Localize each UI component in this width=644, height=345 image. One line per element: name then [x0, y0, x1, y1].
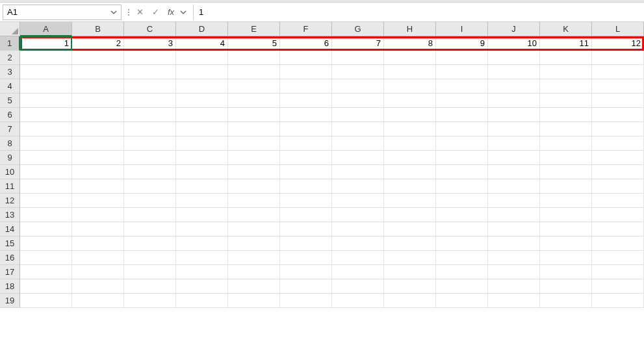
cell[interactable]	[124, 151, 176, 165]
cell[interactable]	[72, 179, 124, 194]
cell[interactable]	[72, 279, 124, 294]
cell[interactable]	[384, 208, 436, 222]
row-header[interactable]: 18	[0, 279, 20, 294]
row-header[interactable]: 1	[0, 36, 20, 51]
cell[interactable]	[540, 294, 592, 308]
cell[interactable]	[436, 122, 488, 136]
cell[interactable]	[280, 94, 332, 108]
row-header[interactable]: 3	[0, 65, 20, 79]
cell[interactable]	[436, 165, 488, 179]
cell[interactable]	[436, 236, 488, 251]
cell[interactable]	[20, 94, 72, 108]
cell[interactable]	[124, 165, 176, 179]
row-header[interactable]: 8	[0, 136, 20, 151]
row-header[interactable]: 11	[0, 179, 20, 194]
cell[interactable]: 8	[384, 36, 436, 51]
formula-input[interactable]	[193, 5, 641, 20]
cell[interactable]	[124, 251, 176, 265]
cell[interactable]	[332, 294, 384, 308]
cell[interactable]: 12	[592, 36, 644, 51]
cell[interactable]	[332, 136, 384, 151]
cell[interactable]	[280, 165, 332, 179]
cell[interactable]	[124, 94, 176, 108]
cell[interactable]: 5	[228, 36, 280, 51]
cell[interactable]	[436, 265, 488, 279]
cell[interactable]	[384, 279, 436, 294]
cell[interactable]	[332, 194, 384, 208]
cell[interactable]	[592, 165, 644, 179]
cell[interactable]	[72, 208, 124, 222]
cell[interactable]	[540, 208, 592, 222]
cell[interactable]	[384, 136, 436, 151]
cell[interactable]	[228, 251, 280, 265]
cell[interactable]	[176, 51, 228, 65]
cell[interactable]	[384, 151, 436, 165]
cell[interactable]	[228, 51, 280, 65]
row-header[interactable]: 5	[0, 94, 20, 108]
cell[interactable]	[540, 108, 592, 122]
cell[interactable]	[436, 65, 488, 79]
cell[interactable]	[384, 165, 436, 179]
cell[interactable]	[280, 65, 332, 79]
cell[interactable]	[332, 208, 384, 222]
cell[interactable]	[332, 108, 384, 122]
cell[interactable]	[20, 179, 72, 194]
column-header[interactable]: B	[72, 22, 124, 36]
column-header[interactable]: F	[280, 22, 332, 36]
cell[interactable]	[592, 236, 644, 251]
row-header[interactable]: 16	[0, 251, 20, 265]
cell[interactable]	[540, 51, 592, 65]
cell[interactable]	[228, 94, 280, 108]
cell[interactable]	[488, 194, 540, 208]
row-header[interactable]: 7	[0, 122, 20, 136]
cell[interactable]	[20, 265, 72, 279]
cell[interactable]	[488, 108, 540, 122]
cell[interactable]	[592, 136, 644, 151]
cell[interactable]	[280, 51, 332, 65]
cell[interactable]	[176, 265, 228, 279]
cell[interactable]	[488, 222, 540, 236]
cell[interactable]	[540, 151, 592, 165]
cell[interactable]	[176, 94, 228, 108]
cell[interactable]: 6	[280, 36, 332, 51]
cell[interactable]	[488, 51, 540, 65]
cell[interactable]	[72, 51, 124, 65]
cell[interactable]	[332, 122, 384, 136]
cell[interactable]	[280, 79, 332, 94]
cell[interactable]	[332, 222, 384, 236]
cell[interactable]	[176, 194, 228, 208]
cell[interactable]	[228, 79, 280, 94]
cell[interactable]	[384, 236, 436, 251]
cell[interactable]	[176, 79, 228, 94]
cell[interactable]	[280, 208, 332, 222]
cell[interactable]	[72, 94, 124, 108]
cell[interactable]	[384, 79, 436, 94]
column-header[interactable]: D	[176, 22, 228, 36]
cell[interactable]	[228, 236, 280, 251]
cell[interactable]	[384, 94, 436, 108]
cell[interactable]	[488, 94, 540, 108]
cell[interactable]	[488, 165, 540, 179]
cell[interactable]	[20, 279, 72, 294]
cell[interactable]	[280, 251, 332, 265]
cell[interactable]	[280, 236, 332, 251]
cell[interactable]	[20, 108, 72, 122]
cell[interactable]	[540, 122, 592, 136]
cell[interactable]	[176, 236, 228, 251]
row-header[interactable]: 12	[0, 194, 20, 208]
cell[interactable]	[20, 165, 72, 179]
cell[interactable]	[488, 279, 540, 294]
cell[interactable]	[176, 294, 228, 308]
cell[interactable]	[488, 236, 540, 251]
cell[interactable]	[280, 108, 332, 122]
cell[interactable]	[540, 265, 592, 279]
cell[interactable]	[540, 79, 592, 94]
cell[interactable]	[124, 122, 176, 136]
cell[interactable]	[228, 208, 280, 222]
cell[interactable]	[20, 251, 72, 265]
cell[interactable]	[176, 179, 228, 194]
cell[interactable]	[436, 151, 488, 165]
cell[interactable]: 4	[176, 36, 228, 51]
cell[interactable]: 10	[488, 36, 540, 51]
row-header[interactable]: 14	[0, 222, 20, 236]
